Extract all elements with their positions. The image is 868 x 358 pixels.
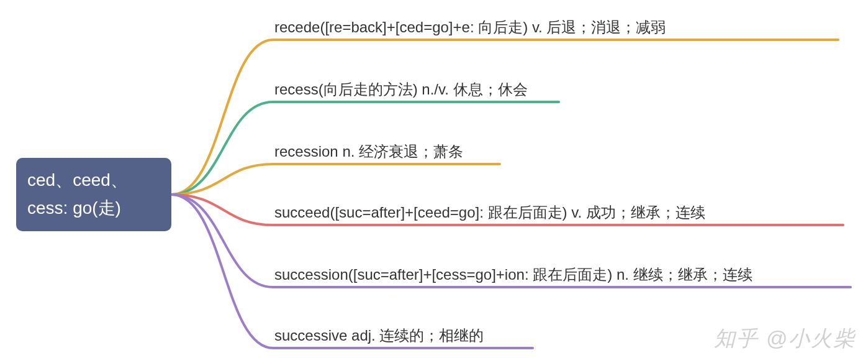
branch-recede: recede([re=back]+[ced=go]+e: 向后走) v. 后退；…	[274, 17, 666, 37]
root-line2: cess: go(走)	[27, 195, 160, 223]
branch-succeed: succeed([suc=after]+[ceed=go]: 跟在后面走) v.…	[274, 203, 705, 223]
root-line1: ced、ceed、	[27, 167, 160, 195]
branch-successive: successive adj. 连续的；相继的	[274, 326, 484, 346]
watermark: 知乎 @小火柴	[714, 324, 856, 353]
mindmap-root-node: ced、ceed、 cess: go(走)	[16, 158, 171, 231]
branch-succession: succession([suc=after]+[cess=go]+ion: 跟在…	[274, 265, 753, 285]
branch-recess: recess(向后走的方法) n./v. 休息；休会	[274, 80, 528, 99]
branch-recession: recession n. 经济衰退；萧条	[274, 142, 463, 162]
